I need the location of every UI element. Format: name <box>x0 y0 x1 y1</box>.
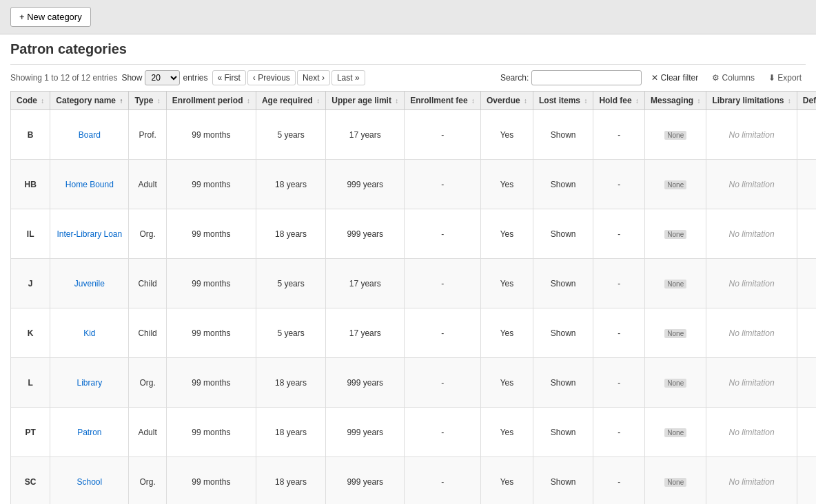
cell-overdue: Yes <box>480 209 533 259</box>
cell-enrollment-period: 99 months <box>166 160 256 209</box>
category-link[interactable]: Juvenile <box>74 279 105 288</box>
cell-enrollment-fee: - <box>405 209 481 259</box>
col-default-privacy[interactable]: Default privacy <box>797 92 816 110</box>
cell-category-name: Patron <box>50 408 129 457</box>
cell-hold-fee: - <box>593 259 645 308</box>
x-icon: ✕ <box>651 73 658 83</box>
cell-age-required: 5 years <box>256 308 325 358</box>
sort-arrows-enrollment <box>247 97 250 105</box>
cell-upper-age-limit: 17 years <box>326 110 405 160</box>
col-enrollment-fee[interactable]: Enrollment fee <box>405 92 481 110</box>
category-link[interactable]: Home Bound <box>65 180 114 189</box>
cell-messaging: None <box>645 209 706 259</box>
cell-overdue: Yes <box>480 457 533 505</box>
cell-code: K <box>11 308 50 358</box>
entries-label: entries <box>183 73 207 83</box>
col-library-limitations[interactable]: Library limitations <box>706 92 797 110</box>
category-link[interactable]: Inter-Library Loan <box>57 229 123 239</box>
cell-library-limitations: No limitation <box>706 110 797 160</box>
cell-type: Org. <box>129 358 166 408</box>
cell-lost-items: Shown <box>533 110 593 160</box>
cell-age-required: 18 years <box>256 160 325 209</box>
sort-arrows-upper-age <box>395 97 398 105</box>
clear-filter-button[interactable]: ✕ Clear filter <box>647 71 702 85</box>
cell-messaging: None <box>645 259 706 308</box>
cell-enrollment-period: 99 months <box>166 358 256 408</box>
page-title: Patron categories <box>10 41 806 57</box>
search-area: Search: <box>500 70 642 85</box>
columns-button[interactable]: ⚙ Columns <box>708 71 759 85</box>
cell-age-required: 18 years <box>256 209 325 259</box>
cell-enrollment-period: 99 months <box>166 308 256 358</box>
main-content: Patron categories Showing 1 to 12 of 12 … <box>0 34 816 504</box>
cell-enrollment-period: 99 months <box>166 209 256 259</box>
cell-upper-age-limit: 999 years <box>326 160 405 209</box>
table-body: B Board Prof. 99 months 5 years 17 years… <box>11 110 817 505</box>
col-lost-items[interactable]: Lost items <box>533 92 593 110</box>
cell-overdue: Yes <box>480 259 533 308</box>
category-link[interactable]: Library <box>77 378 103 388</box>
first-page-btn[interactable]: « First <box>212 70 246 85</box>
cell-default-privacy: Default <box>797 259 816 308</box>
last-page-btn[interactable]: Last » <box>332 70 365 85</box>
top-bar: + New category <box>0 0 816 34</box>
cell-hold-fee: - <box>593 408 645 457</box>
cell-hold-fee: - <box>593 110 645 160</box>
col-enrollment-period[interactable]: Enrollment period <box>166 92 256 110</box>
col-hold-fee[interactable]: Hold fee <box>593 92 645 110</box>
cell-enrollment-period: 99 months <box>166 259 256 308</box>
col-category-name[interactable]: Category name <box>50 92 129 110</box>
col-age-required[interactable]: Age required <box>256 92 325 110</box>
previous-page-btn[interactable]: ‹ Previous <box>247 70 296 85</box>
cell-category-name: Home Bound <box>50 160 129 209</box>
col-upper-age-limit[interactable]: Upper age limit <box>326 92 405 110</box>
cell-library-limitations: No limitation <box>706 308 797 358</box>
cell-upper-age-limit: 999 years <box>326 408 405 457</box>
next-page-btn[interactable]: Next › <box>297 70 330 85</box>
cell-age-required: 18 years <box>256 457 325 505</box>
export-label: Export <box>777 73 802 83</box>
cell-type: Adult <box>129 160 166 209</box>
col-overdue[interactable]: Overdue <box>480 92 533 110</box>
category-link[interactable]: Board <box>79 130 101 140</box>
cell-library-limitations: No limitation <box>706 160 797 209</box>
clear-filter-label: Clear filter <box>661 73 699 83</box>
cell-messaging: None <box>645 408 706 457</box>
cell-upper-age-limit: 999 years <box>326 457 405 505</box>
cell-library-limitations: No limitation <box>706 259 797 308</box>
sort-arrows-lost <box>584 97 587 105</box>
cell-library-limitations: No limitation <box>706 358 797 408</box>
cell-hold-fee: - <box>593 358 645 408</box>
cell-enrollment-fee: - <box>405 160 481 209</box>
showing-text: Showing 1 to 12 of 12 entries <box>10 73 117 83</box>
cell-lost-items: Shown <box>533 308 593 358</box>
new-category-button[interactable]: + New category <box>10 7 91 27</box>
cell-enrollment-period: 99 months <box>166 457 256 505</box>
cell-enrollment-fee: - <box>405 457 481 505</box>
download-icon: ⬇ <box>768 73 775 83</box>
table-row: SC School Org. 99 months 18 years 999 ye… <box>11 457 817 505</box>
col-messaging[interactable]: Messaging <box>645 92 706 110</box>
search-input[interactable] <box>531 70 642 85</box>
cell-messaging: None <box>645 457 706 505</box>
cell-code: IL <box>11 209 50 259</box>
cell-default-privacy: Default <box>797 358 816 408</box>
cell-category-name: School <box>50 457 129 505</box>
cell-default-privacy: Default <box>797 160 816 209</box>
cell-lost-items: Shown <box>533 408 593 457</box>
cell-upper-age-limit: 999 years <box>326 358 405 408</box>
col-code[interactable]: Code <box>11 92 50 110</box>
cell-lost-items: Shown <box>533 160 593 209</box>
category-link[interactable]: Patron <box>77 428 101 437</box>
category-link[interactable]: Kid <box>83 328 95 338</box>
sort-arrows-code <box>41 97 44 105</box>
col-type[interactable]: Type <box>129 92 166 110</box>
cell-enrollment-fee: - <box>405 358 481 408</box>
cell-code: J <box>11 259 50 308</box>
cell-default-privacy: Default <box>797 457 816 505</box>
cell-default-privacy: Default <box>797 110 816 160</box>
category-link[interactable]: School <box>77 477 103 487</box>
entries-select[interactable]: 10 20 50 100 <box>145 70 180 85</box>
export-button[interactable]: ⬇ Export <box>764 71 806 85</box>
cell-lost-items: Shown <box>533 358 593 408</box>
